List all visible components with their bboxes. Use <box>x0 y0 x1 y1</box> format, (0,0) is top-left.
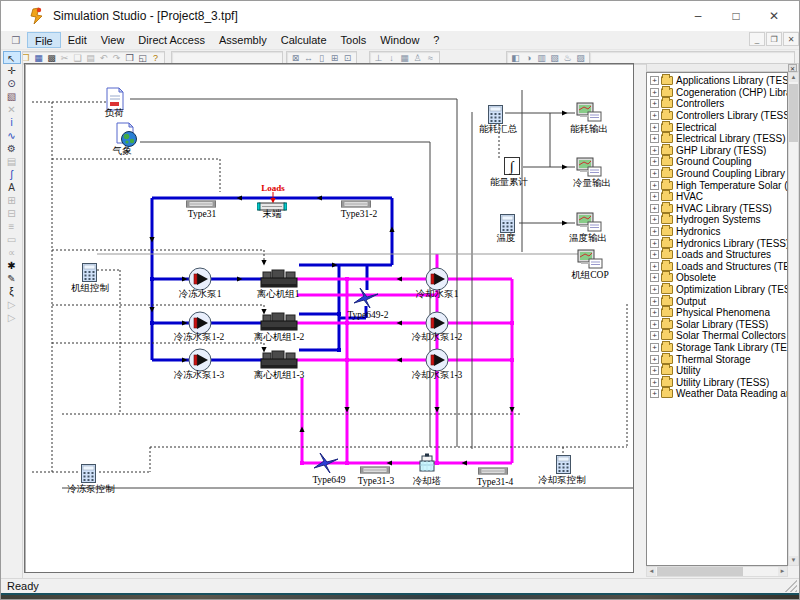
redo-icon[interactable]: ↷ <box>110 52 123 64</box>
paste-icon[interactable]: ▤ <box>84 52 97 64</box>
image-bitmap-icon[interactable]: ▧ <box>3 90 21 103</box>
maximize-button[interactable]: □ <box>717 2 755 30</box>
grid-1-icon[interactable]: ⊞ <box>3 194 21 207</box>
layers-icon[interactable]: ≡ <box>3 220 21 233</box>
expand-icon[interactable]: + <box>650 192 659 201</box>
tree-item-controllers-library-tess[interactable]: +Controllers Library (TESS) <box>648 110 787 122</box>
expand-icon[interactable]: + <box>650 204 659 213</box>
tile-icon[interactable]: ⊞ <box>328 52 341 64</box>
tree-item-applications-library-tess[interactable]: +Applications Library (TESS) <box>648 75 787 87</box>
tree-item-weather-data-reading-and-process[interactable]: +Weather Data Reading and Process <box>648 388 787 400</box>
scroll-right-icon[interactable]: ► <box>778 567 787 576</box>
tree-item-physical-phenomena[interactable]: +Physical Phenomena <box>648 307 787 319</box>
minimize-button[interactable]: – <box>679 2 717 30</box>
expand-icon[interactable]: + <box>650 378 659 387</box>
expand-icon[interactable]: + <box>650 297 659 306</box>
expand-icon[interactable]: + <box>650 320 659 329</box>
menu-edit[interactable]: Edit <box>61 32 94 48</box>
tree-item-utility[interactable]: +Utility <box>648 365 787 377</box>
resize-v-icon[interactable]: ▯ <box>315 52 328 64</box>
tree-item-ground-coupling[interactable]: +Ground Coupling <box>648 156 787 168</box>
expand-icon[interactable]: + <box>650 239 659 248</box>
menu-direct-access[interactable]: Direct Access <box>131 32 212 48</box>
save-all-icon[interactable]: ▩ <box>45 52 58 64</box>
mdi-restore-button[interactable]: ❐ <box>766 32 782 46</box>
tree-item-optimization-library-tess[interactable]: +Optimization Library (TESS) <box>648 284 787 296</box>
view-2-icon[interactable]: ◑ <box>522 52 535 64</box>
tree-item-hydronics[interactable]: +Hydronics <box>648 226 787 238</box>
play-2-icon[interactable]: ▷ <box>3 311 21 324</box>
tree-item-hydrogen-systems[interactable]: +Hydrogen Systems <box>648 214 787 226</box>
view-5-icon[interactable]: ♨ <box>561 52 574 64</box>
link-wire-icon[interactable]: ∿ <box>3 129 21 142</box>
menu-calculate[interactable]: Calculate <box>274 32 334 48</box>
scroll-up-icon[interactable]: ▲ <box>789 73 798 82</box>
tree-item-obsolete[interactable]: +Obsolete <box>648 272 787 284</box>
expand-icon[interactable]: + <box>650 111 659 120</box>
cascade-icon[interactable]: ⊡ <box>341 52 354 64</box>
plot-icon[interactable]: ≈ <box>424 52 437 64</box>
menu-window[interactable]: Window <box>373 32 426 48</box>
expand-icon[interactable]: + <box>650 366 659 375</box>
fit-window-icon[interactable]: ⊠ <box>289 52 302 64</box>
menu-help[interactable]: ? <box>426 32 446 48</box>
expand-icon[interactable]: + <box>650 157 659 166</box>
expand-icon[interactable]: + <box>650 146 659 155</box>
expand-icon[interactable]: + <box>650 215 659 224</box>
wrench-tool-icon[interactable]: ⚙ <box>3 142 21 155</box>
zoom-magnifier-icon[interactable]: ⊙ <box>3 77 21 90</box>
tree-item-electrical-library-tess[interactable]: +Electrical Library (TESS) <box>648 133 787 145</box>
expand-icon[interactable]: + <box>650 273 659 282</box>
select-arrow-icon[interactable]: ↖ <box>3 51 21 64</box>
scroll-left-icon[interactable]: ◄ <box>647 567 656 576</box>
component-icon[interactable]: ♙ <box>411 52 424 64</box>
copy-icon[interactable]: ❑ <box>71 52 84 64</box>
expand-icon[interactable]: + <box>650 99 659 108</box>
tree-item-ground-coupling-library-tess[interactable]: +Ground Coupling Library (TESS) <box>648 168 787 180</box>
expand-icon[interactable]: + <box>650 331 659 340</box>
tree-item-storage-tank-library-tess[interactable]: +Storage Tank Library (TESS) <box>648 342 787 354</box>
panel-close-icon[interactable]: ✕ <box>788 64 797 72</box>
expand-icon[interactable]: + <box>650 227 659 236</box>
close-button[interactable]: ✕ <box>755 2 793 30</box>
scroll-down-icon[interactable]: ▼ <box>789 556 798 565</box>
expand-icon[interactable]: + <box>650 134 659 143</box>
tree-item-solar-library-tess[interactable]: +Solar Library (TESS) <box>648 318 787 330</box>
menu-tools[interactable]: Tools <box>334 32 374 48</box>
view-4-icon[interactable]: ▧ <box>548 52 561 64</box>
expand-icon[interactable]: + <box>650 285 659 294</box>
tree-item-utility-library-tess[interactable]: +Utility Library (TESS) <box>648 376 787 388</box>
expand-icon[interactable]: + <box>650 76 659 85</box>
print-icon[interactable]: ❒ <box>123 52 136 64</box>
spline-link-icon[interactable]: ʃ <box>3 168 21 181</box>
tree-item-hvac[interactable]: +HVAC <box>648 191 787 203</box>
menu-file[interactable]: File <box>27 32 61 48</box>
tree-horizontal-scrollbar[interactable]: ◄ ► <box>646 566 788 577</box>
tree-item-thermal-storage[interactable]: +Thermal Storage <box>648 353 787 365</box>
node-energy-accum[interactable]: ∫ <box>504 157 520 179</box>
mdi-minimize-button[interactable]: _ <box>749 32 765 46</box>
tree-item-output[interactable]: +Output <box>648 295 787 307</box>
text-tool-icon[interactable]: A <box>3 181 21 194</box>
expand-icon[interactable]: + <box>650 343 659 352</box>
grid-2-icon[interactable]: ⊟ <box>3 207 21 220</box>
view-6-icon[interactable]: ▨ <box>574 52 587 64</box>
gear-settings-icon[interactable]: ✱ <box>3 259 21 272</box>
view-1-icon[interactable]: ◧ <box>509 52 522 64</box>
tree-item-controllers[interactable]: +Controllers <box>648 98 787 110</box>
expand-icon[interactable]: + <box>650 250 659 259</box>
play-1-icon[interactable]: ▷ <box>3 298 21 311</box>
print-region-icon[interactable]: ▭ <box>3 233 21 246</box>
mdi-close-button[interactable]: ✕ <box>783 32 799 46</box>
node-cooling-tower[interactable] <box>417 453 437 477</box>
run-simulation-icon[interactable]: ξ <box>3 285 21 298</box>
tree-item-cogeneration-chp-library-tess[interactable]: +Cogeneration (CHP) Library (TESS) <box>648 87 787 99</box>
menu-view[interactable]: View <box>94 32 132 48</box>
hierarchy-icon[interactable]: ⊥ <box>372 52 385 64</box>
expand-icon[interactable]: + <box>650 123 659 132</box>
clipboard-icon[interactable]: ▤ <box>3 155 21 168</box>
undo-icon[interactable]: ↶ <box>97 52 110 64</box>
tree-item-electrical[interactable]: +Electrical <box>648 121 787 133</box>
tree-item-hvac-library-tess[interactable]: +HVAC Library (TESS) <box>648 203 787 215</box>
save-icon[interactable]: ▦ <box>32 52 45 64</box>
